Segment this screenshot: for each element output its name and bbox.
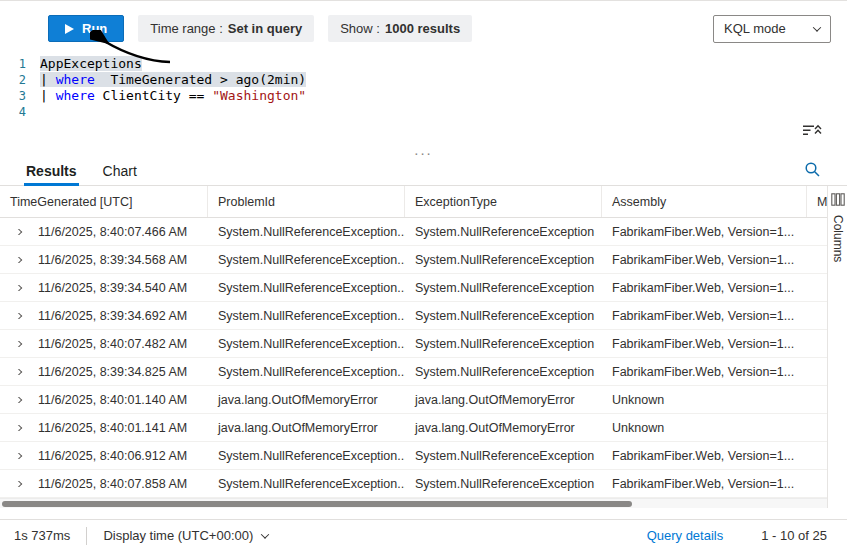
cell-assembly: FabrikamFiber.Web, Version=1... (602, 281, 807, 295)
row-expand-cell[interactable] (0, 481, 30, 487)
row-expand-cell[interactable] (0, 313, 30, 319)
cell-problemid: java.lang.OutOfMemoryError (208, 393, 405, 407)
editor-line[interactable]: 3| where ClientCity == "Washington" (0, 88, 847, 104)
cell-problemid: System.NullReferenceException... (208, 225, 405, 239)
chevron-right-icon (14, 453, 22, 459)
search-icon (804, 161, 821, 178)
chevron-down-icon (813, 23, 821, 31)
chevron-right-icon (14, 481, 22, 487)
cell-assembly: FabrikamFiber.Web, Version=1... (602, 253, 807, 267)
panel-resize-handle[interactable]: ... (0, 144, 847, 156)
cell-problemid: System.NullReferenceException... (208, 253, 405, 267)
code-token: ) (298, 72, 306, 87)
column-header-timegenerated-utc[interactable]: TimeGenerated [UTC] (0, 186, 208, 217)
cell-timegenerated: 11/6/2025, 8:39:34.825 AM (30, 365, 208, 379)
table-row[interactable]: 11/6/2025, 8:39:34.692 AMSystem.NullRefe… (0, 302, 827, 330)
run-button-label: Run (82, 21, 107, 36)
cell-assembly: FabrikamFiber.Web, Version=1... (602, 337, 807, 351)
cell-timegenerated: 11/6/2025, 8:40:07.466 AM (30, 225, 208, 239)
cell-assembly: FabrikamFiber.Web, Version=1... (602, 225, 807, 239)
chevron-right-icon (14, 425, 22, 431)
cell-assembly: FabrikamFiber.Web, Version=1... (602, 365, 807, 379)
table-row[interactable]: 11/6/2025, 8:39:34.540 AMSystem.NullRefe… (0, 274, 827, 302)
code-token: where (56, 88, 95, 103)
query-toolbar: Run Time range : Set in query Show : 100… (0, 0, 847, 56)
cell-timegenerated: 11/6/2025, 8:40:07.482 AM (30, 337, 208, 351)
chevron-right-icon (14, 369, 22, 375)
horizontal-scrollbar[interactable] (0, 498, 827, 508)
cell-timegenerated: 11/6/2025, 8:39:34.540 AM (30, 281, 208, 295)
cell-timegenerated: 11/6/2025, 8:40:07.858 AM (30, 477, 208, 491)
cell-timegenerated: 11/6/2025, 8:40:01.141 AM (30, 421, 208, 435)
column-header-problemid[interactable]: ProblemId (208, 186, 405, 217)
show-label: Show : (340, 21, 380, 36)
chevron-right-icon (14, 229, 22, 235)
row-expand-cell[interactable] (0, 369, 30, 375)
cell-assembly: FabrikamFiber.Web, Version=1... (602, 477, 807, 491)
editor-line[interactable]: 2| where TimeGenerated > ago(2min) (0, 72, 847, 88)
row-expand-cell[interactable] (0, 453, 30, 459)
table-row[interactable]: 11/6/2025, 8:40:07.482 AMSystem.NullRefe… (0, 330, 827, 358)
row-expand-cell[interactable] (0, 229, 30, 235)
time-range-picker[interactable]: Time range : Set in query (138, 15, 314, 42)
code-token: where (56, 72, 95, 87)
code-token: TimeGenerated > ago( (95, 72, 267, 87)
code-token: | (40, 88, 56, 103)
chevron-right-icon (14, 313, 22, 319)
chevron-right-icon (14, 285, 22, 291)
cell-timegenerated: 11/6/2025, 8:39:34.568 AM (30, 253, 208, 267)
display-time-dropdown[interactable]: Display time (UTC+00:00) (103, 528, 268, 543)
column-header-m[interactable]: M (807, 186, 827, 217)
bottom-gap (0, 508, 847, 519)
query-duration: 1s 737ms (14, 528, 70, 543)
code-line: | where TimeGenerated > ago(2min) (40, 72, 306, 88)
cell-exceptiontype: System.NullReferenceException (405, 281, 602, 295)
show-results-picker[interactable]: Show : 1000 results (328, 15, 472, 42)
cell-exceptiontype: java.lang.OutOfMemoryError (405, 393, 602, 407)
cell-problemid: System.NullReferenceException... (208, 309, 405, 323)
table-row[interactable]: 11/6/2025, 8:39:34.568 AMSystem.NullRefe… (0, 246, 827, 274)
cell-exceptiontype: System.NullReferenceException (405, 309, 602, 323)
table-row[interactable]: 11/6/2025, 8:39:34.825 AMSystem.NullRefe… (0, 358, 827, 386)
column-header-exceptiontype[interactable]: ExceptionType (405, 186, 602, 217)
play-icon (65, 24, 74, 34)
table-header: TimeGenerated [UTC]ProblemIdExceptionTyp… (0, 186, 827, 218)
collapse-editor-icon[interactable] (802, 123, 822, 138)
code-line: | where ClientCity == "Washington" (40, 88, 306, 104)
query-details-link[interactable]: Query details (647, 528, 724, 543)
columns-panel-label[interactable]: Columns (831, 215, 845, 262)
show-value: 1000 results (385, 21, 460, 36)
row-expand-cell[interactable] (0, 257, 30, 263)
horizontal-scrollbar-thumb[interactable] (2, 501, 632, 507)
chevron-right-icon (14, 341, 22, 347)
table-row[interactable]: 11/6/2025, 8:40:01.141 AMjava.lang.OutOf… (0, 414, 827, 442)
row-expand-cell[interactable] (0, 397, 30, 403)
cell-assembly: Unknown (602, 421, 807, 435)
columns-side-panel[interactable]: Columns (827, 186, 847, 508)
table-row[interactable]: 11/6/2025, 8:40:07.858 AMSystem.NullRefe… (0, 470, 827, 498)
run-button[interactable]: Run (48, 15, 124, 42)
cell-problemid: System.NullReferenceException... (208, 365, 405, 379)
kql-mode-dropdown[interactable]: KQL mode (713, 15, 831, 43)
line-number: 3 (0, 88, 40, 104)
editor-line[interactable]: 1AppExceptions (0, 56, 847, 72)
cell-problemid: java.lang.OutOfMemoryError (208, 421, 405, 435)
table-row[interactable]: 11/6/2025, 8:40:07.466 AMSystem.NullRefe… (0, 218, 827, 246)
time-range-label: Time range : (150, 21, 223, 36)
column-header-assembly[interactable]: Assembly (602, 186, 807, 217)
search-button[interactable] (802, 159, 823, 183)
code-line: AppExceptions (40, 56, 142, 72)
cell-assembly: Unknown (602, 393, 807, 407)
table-row[interactable]: 11/6/2025, 8:40:01.140 AMjava.lang.OutOf… (0, 386, 827, 414)
kql-query-editor[interactable]: 1AppExceptions2| where TimeGenerated > a… (0, 56, 847, 144)
cell-exceptiontype: System.NullReferenceException (405, 477, 602, 491)
editor-line[interactable]: 4 (0, 104, 847, 120)
cell-exceptiontype: java.lang.OutOfMemoryError (405, 421, 602, 435)
row-expand-cell[interactable] (0, 425, 30, 431)
cell-timegenerated: 11/6/2025, 8:40:06.912 AM (30, 449, 208, 463)
tab-results[interactable]: Results (24, 156, 79, 186)
table-row[interactable]: 11/6/2025, 8:40:06.912 AMSystem.NullRefe… (0, 442, 827, 470)
row-expand-cell[interactable] (0, 285, 30, 291)
tab-chart[interactable]: Chart (101, 156, 139, 186)
row-expand-cell[interactable] (0, 341, 30, 347)
